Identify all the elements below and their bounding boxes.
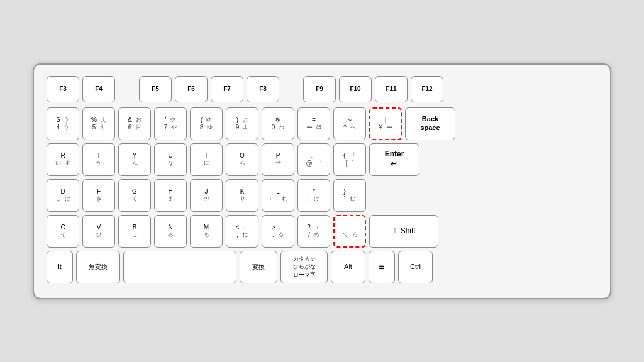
qwerty-row: R いす T か Y ん U な I に O ら P せ 、 @゛: [47, 143, 597, 176]
key-shift-right[interactable]: ⇧ Shift: [369, 215, 438, 248]
key-M[interactable]: M も: [190, 215, 223, 248]
key-backslash[interactable]: — ＼ろ: [333, 215, 366, 248]
key-L[interactable]: L +；れ: [262, 179, 294, 212]
key-U[interactable]: U な: [154, 143, 187, 176]
key-R[interactable]: R いす: [47, 143, 79, 176]
key-backtick[interactable]: 、 @゛: [297, 143, 330, 176]
key-dollar-4[interactable]: $う 4う: [47, 107, 79, 140]
key-katakana[interactable]: カタカナひらがなローマ字: [280, 251, 328, 283]
key-lbrace[interactable]: {「 [°: [333, 143, 366, 176]
key-F10[interactable]: F10: [339, 76, 372, 102]
key-P[interactable]: P せ: [262, 143, 294, 176]
spacer-2: [282, 76, 300, 102]
key-D[interactable]: D しは: [47, 179, 79, 212]
key-alt-left[interactable]: lt: [47, 251, 73, 283]
key-menu[interactable]: ≡: [369, 251, 395, 283]
key-minus[interactable]: = ーほ: [297, 107, 330, 140]
key-F11[interactable]: F11: [375, 76, 408, 102]
key-enter[interactable]: Enter ↵: [369, 143, 419, 176]
key-G[interactable]: G く: [118, 179, 151, 212]
key-semicolon[interactable]: * :け: [297, 179, 330, 212]
bottom-row: lt 無変換 変換 カタカナひらがなローマ字 Alt ≡ Ctrl: [47, 251, 597, 283]
key-amp-6[interactable]: &お 6お: [118, 107, 151, 140]
key-C[interactable]: C そ: [47, 215, 79, 248]
key-percent-5[interactable]: %え 5え: [82, 107, 115, 140]
key-rbrace[interactable]: }」 ]む: [333, 179, 366, 212]
key-henkan[interactable]: 変換: [240, 251, 277, 283]
key-wo-0[interactable]: を 0わ: [262, 107, 294, 140]
key-F5[interactable]: F5: [139, 76, 172, 102]
key-F[interactable]: F き: [82, 179, 115, 212]
key-K[interactable]: K り: [226, 179, 258, 212]
key-T[interactable]: T か: [82, 143, 115, 176]
key-F7[interactable]: F7: [211, 76, 243, 102]
key-quote-7[interactable]: 'や 7や: [154, 107, 187, 140]
fn-row: F3 F4 F5 F6 F7 F8 F9 F10 F11 F12: [47, 76, 597, 102]
key-comma[interactable]: <、 ,ね: [226, 215, 258, 248]
key-V[interactable]: V ひ: [82, 215, 115, 248]
key-F12[interactable]: F12: [411, 76, 443, 102]
zxcv-row: C そ V ひ B こ N み M も <、 ,ね >。 .る ?・ /め: [47, 215, 597, 248]
key-O[interactable]: O ら: [226, 143, 258, 176]
key-lparen-8[interactable]: (ゆ 8ゆ: [190, 107, 223, 140]
key-F9[interactable]: F9: [303, 76, 336, 102]
key-muhenkan[interactable]: 無変換: [76, 251, 120, 283]
keyboard: F3 F4 F5 F6 F7 F8 F9 F10 F11 F12 $う 4う %…: [33, 63, 611, 299]
key-B[interactable]: B こ: [118, 215, 151, 248]
key-J[interactable]: J の: [190, 179, 223, 212]
key-F4[interactable]: F4: [82, 76, 115, 102]
key-F8[interactable]: F8: [247, 76, 279, 102]
key-F3[interactable]: F3: [47, 76, 79, 102]
key-tilde-caret[interactable]: ～ ^へ: [333, 107, 366, 140]
key-period[interactable]: >。 .る: [262, 215, 294, 248]
key-F6[interactable]: F6: [175, 76, 208, 102]
key-rparen-9[interactable]: )よ 9よ: [226, 107, 258, 140]
key-slash[interactable]: ?・ /め: [297, 215, 330, 248]
key-backspace[interactable]: Backspace: [405, 107, 455, 140]
key-H[interactable]: H ま: [154, 179, 187, 212]
key-Y[interactable]: Y ん: [118, 143, 151, 176]
asdf-row: D しは F き G く H ま J の K り L +；れ * :け: [47, 179, 597, 212]
key-space[interactable]: [123, 251, 236, 283]
key-ctrl[interactable]: Ctrl: [398, 251, 433, 283]
key-yen[interactable]: ｜ ¥ー: [369, 107, 402, 140]
number-row: $う 4う %え 5え &お 6お 'や 7や (ゆ 8ゆ )よ 9よ を 0わ…: [47, 107, 597, 140]
spacer-1: [118, 76, 136, 102]
key-alt-right[interactable]: Alt: [331, 251, 365, 283]
key-N[interactable]: N み: [154, 215, 187, 248]
key-I[interactable]: I に: [190, 143, 223, 176]
